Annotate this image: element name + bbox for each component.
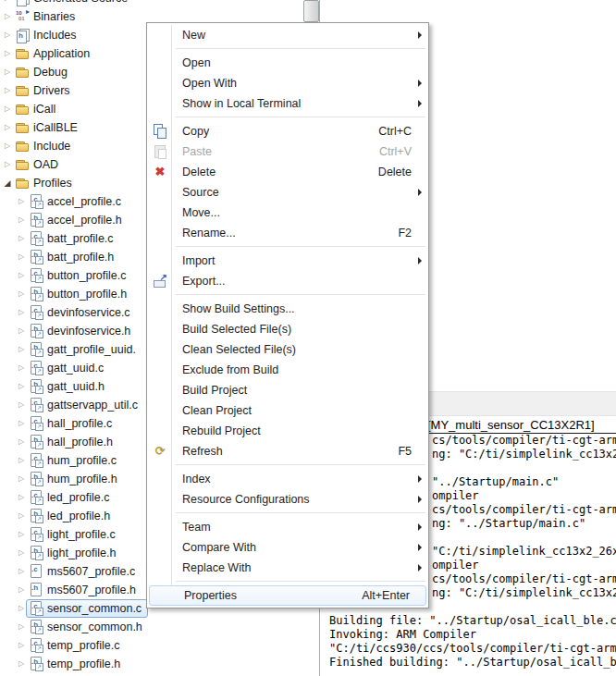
menu-item-build-selected-file-s[interactable]: Build Selected File(s) — [147, 319, 428, 339]
expand-arrow-icon[interactable]: ▷ — [17, 433, 26, 451]
expand-arrow-icon[interactable]: ▷ — [17, 303, 26, 322]
menu-item-new[interactable]: New — [147, 25, 428, 45]
menu-item-export[interactable]: ↗Export... — [147, 271, 428, 291]
menu-item-copy[interactable]: CopyCtrl+C — [147, 121, 428, 141]
expand-arrow-icon[interactable]: ▷ — [3, 81, 12, 100]
tree-item-generated-source[interactable]: ▷Generated Source — [0, 0, 319, 7]
expand-arrow-icon[interactable]: ▷ — [17, 377, 26, 396]
expand-arrow-icon[interactable]: ▷ — [17, 229, 26, 248]
menu-item-team[interactable]: Team — [147, 517, 428, 537]
menu-item-delete[interactable]: ✖DeleteDelete — [147, 162, 428, 182]
tree-item-body[interactable]: .c↗devinfoservice.c — [26, 303, 137, 322]
tree-item-body[interactable]: .c↗hum_profile.c — [26, 451, 123, 470]
menu-item-exclude-from-build[interactable]: Exclude from Build — [147, 360, 428, 380]
expand-arrow-icon[interactable]: ▷ — [17, 359, 26, 377]
expand-arrow-icon[interactable]: ▷ — [17, 340, 26, 359]
expand-arrow-icon[interactable]: ▷ — [17, 470, 26, 488]
tree-item-body[interactable]: 1001▸Binaries — [12, 7, 81, 26]
menu-item-rebuild-project[interactable]: Rebuild Project — [147, 421, 428, 441]
menu-item-rename[interactable]: Rename...F2 — [147, 223, 428, 243]
expand-arrow-icon[interactable]: ▷ — [3, 0, 12, 7]
expand-arrow-icon[interactable]: ▷ — [17, 248, 26, 266]
expand-arrow-icon[interactable]: ▷ — [17, 544, 26, 562]
tree-item-body[interactable]: .h↗devinfoservice.h — [26, 322, 137, 340]
expand-arrow-icon[interactable]: ▷ — [17, 618, 26, 636]
tree-item-body[interactable]: OAD — [12, 155, 65, 174]
tree-item-body[interactable]: Application — [12, 44, 96, 63]
tree-item-body[interactable]: .h↗light_profile.h — [26, 544, 122, 562]
tree-item-body[interactable]: .c↗temp_profile.c — [26, 636, 127, 655]
tree-item-body[interactable]: .h↗sensor_common.h — [26, 618, 149, 636]
tree-item-body[interactable]: .h↗gatt_profile_uuid. — [26, 340, 142, 359]
expand-arrow-icon[interactable]: ▷ — [3, 44, 12, 63]
tree-item-body[interactable]: .c↗light_profile.c — [26, 525, 122, 544]
menu-item-source[interactable]: Source — [147, 182, 428, 203]
expand-arrow-icon[interactable]: ▷ — [17, 266, 26, 285]
tree-item-body[interactable]: .cms5607_profile.c — [26, 562, 142, 581]
tree-item-body[interactable]: iCall — [12, 100, 62, 118]
tree-item-body[interactable]: .c↗gatt_uuid.c — [26, 359, 110, 377]
expand-arrow-icon[interactable]: ▷ — [17, 285, 26, 303]
menu-item-replace-with[interactable]: Replace With — [147, 558, 428, 578]
menu-item-compare-with[interactable]: Compare With — [147, 537, 428, 558]
tree-item-body[interactable]: .c↗led_profile.c — [26, 488, 116, 507]
expand-arrow-icon[interactable]: ▷ — [17, 414, 26, 433]
tree-item-body[interactable]: .h↗button_profile.h — [26, 285, 133, 303]
tree-item-body[interactable]: .hms5607_profile.h — [26, 581, 142, 599]
expand-arrow-icon[interactable]: ▷ — [17, 525, 26, 544]
tree-item-body[interactable]: hIncludes — [12, 26, 83, 44]
tree-item-body[interactable]: Generated Source — [12, 0, 134, 7]
tree-item-body[interactable]: iCallBLE — [12, 118, 84, 137]
expand-arrow-icon[interactable]: ▷ — [17, 322, 26, 340]
expand-arrow-icon[interactable]: ▷ — [3, 118, 12, 137]
tree-item-body[interactable]: Drivers — [12, 81, 77, 100]
expand-arrow-icon[interactable]: ▷ — [17, 211, 26, 229]
tree-item-temp-profile-h[interactable]: ▷.h↗temp_profile.h — [0, 655, 319, 673]
expand-arrow-icon[interactable]: ▷ — [17, 581, 26, 599]
menu-item-refresh[interactable]: ⟳RefreshF5 — [147, 441, 428, 461]
menu-item-show-in-local-terminal[interactable]: Show in Local Terminal — [147, 93, 428, 114]
tree-item-body[interactable]: .c↗button_profile.c — [26, 266, 132, 285]
tree-item-body[interactable]: .h↗temp_profile.h — [26, 655, 127, 673]
menu-item-properties[interactable]: PropertiesAlt+Enter — [149, 585, 426, 606]
menu-item-open-with[interactable]: Open With — [147, 73, 428, 93]
tree-item-body[interactable]: Profiles — [12, 174, 79, 192]
tree-item-sensor-common-h[interactable]: ▷.h↗sensor_common.h — [0, 618, 319, 636]
tree-item-body[interactable]: .h↗hall_profile.h — [26, 433, 119, 451]
expand-arrow-icon[interactable]: ▷ — [3, 26, 12, 44]
menu-item-import[interactable]: Import — [147, 251, 428, 271]
menu-item-show-build-settings[interactable]: Show Build Settings... — [147, 299, 428, 319]
expand-arrow-icon[interactable]: ▷ — [17, 599, 26, 618]
tree-item-body[interactable]: .c↗hall_profile.c — [26, 414, 118, 433]
expand-arrow-icon[interactable]: ▷ — [17, 507, 26, 525]
tree-item-body[interactable]: .h↗gatt_uuid.h — [26, 377, 111, 396]
expand-arrow-icon[interactable]: ▷ — [17, 488, 26, 507]
tree-item-body[interactable]: .h↗accel_profile.h — [26, 211, 129, 229]
tree-item-temp-profile-c[interactable]: ▷.c↗temp_profile.c — [0, 636, 319, 655]
expand-arrow-icon[interactable]: ▷ — [17, 655, 26, 673]
menu-item-clean-selected-file-s[interactable]: Clean Selected File(s) — [147, 339, 428, 360]
selected-tree-item[interactable]: .c↗sensor_common.c — [26, 599, 148, 618]
menu-item-open[interactable]: Open — [147, 53, 428, 73]
expand-arrow-icon[interactable]: ▷ — [17, 562, 26, 581]
tree-item-body[interactable]: Debug — [12, 63, 74, 81]
tree-item-body[interactable]: .c↗batt_profile.c — [26, 229, 120, 248]
collapse-arrow-icon[interactable]: ◢ — [3, 174, 12, 192]
tree-item-body[interactable]: .c↗accel_profile.c — [26, 192, 128, 211]
expand-arrow-icon[interactable]: ▷ — [3, 63, 12, 81]
expand-arrow-icon[interactable]: ▷ — [3, 100, 12, 118]
menu-item-resource-configurations[interactable]: Resource Configurations — [147, 489, 428, 510]
expand-arrow-icon[interactable]: ▷ — [17, 451, 26, 470]
tree-item-body[interactable]: .h↗led_profile.h — [26, 507, 117, 525]
menu-item-move[interactable]: Move... — [147, 203, 428, 223]
tree-vertical-scrollbar-thumb[interactable] — [303, 0, 319, 22]
tree-item-body[interactable]: Include — [12, 137, 77, 155]
expand-arrow-icon[interactable]: ▷ — [17, 636, 26, 655]
expand-arrow-icon[interactable]: ▷ — [3, 137, 12, 155]
expand-arrow-icon[interactable]: ▷ — [3, 7, 12, 26]
menu-item-index[interactable]: Index — [147, 469, 428, 489]
expand-arrow-icon[interactable]: ▷ — [3, 155, 12, 174]
expand-arrow-icon[interactable]: ▷ — [17, 396, 26, 414]
menu-item-build-project[interactable]: Build Project — [147, 380, 428, 400]
expand-arrow-icon[interactable]: ▷ — [17, 192, 26, 211]
